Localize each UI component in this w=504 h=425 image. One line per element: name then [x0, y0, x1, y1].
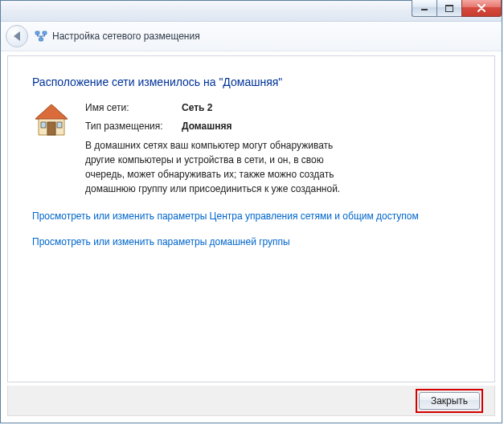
svg-rect-9 — [41, 122, 46, 128]
back-button[interactable] — [6, 25, 28, 47]
network-icon — [35, 30, 47, 43]
dialog-window: Настройка сетевого размещения Расположен… — [0, 0, 502, 423]
link-network-sharing[interactable]: Просмотреть или изменить параметры Центр… — [32, 210, 419, 222]
svg-marker-7 — [35, 104, 68, 119]
titlebar — [1, 1, 502, 22]
svg-rect-5 — [39, 38, 43, 41]
minimize-button[interactable] — [412, 0, 436, 17]
svg-rect-3 — [35, 31, 39, 35]
network-name-label: Имя сети: — [85, 101, 182, 115]
svg-rect-8 — [47, 122, 55, 135]
wizard-title: Настройка сетевого размещения — [52, 31, 200, 42]
network-name-value: Сеть 2 — [182, 101, 212, 115]
network-type-label: Тип размещения: — [85, 120, 182, 133]
main-heading: Расположение сети изменилось на "Домашня… — [32, 76, 470, 88]
maximize-button[interactable] — [436, 0, 461, 17]
maximize-icon — [445, 5, 453, 12]
button-bar: Закрыть — [7, 386, 495, 416]
network-type-value: Домашняя — [182, 120, 232, 133]
arrow-left-icon — [14, 31, 20, 41]
wizard-header: Настройка сетевого размещения — [1, 22, 502, 51]
content-area: Расположение сети изменилось на "Домашня… — [7, 55, 495, 382]
window-close-button[interactable] — [461, 0, 502, 17]
close-icon — [477, 4, 486, 12]
svg-rect-10 — [57, 122, 62, 128]
close-button-highlight: Закрыть — [416, 389, 483, 413]
close-button[interactable]: Закрыть — [419, 392, 480, 410]
network-description: В домашних сетях ваш компьютер могут обн… — [85, 138, 359, 196]
svg-rect-0 — [421, 9, 428, 10]
svg-rect-4 — [43, 31, 47, 35]
minimize-icon — [420, 5, 428, 11]
link-homegroup[interactable]: Просмотреть или изменить параметры домаш… — [32, 236, 290, 247]
house-icon — [32, 101, 71, 140]
svg-rect-2 — [445, 5, 453, 6]
window-controls — [412, 0, 502, 17]
